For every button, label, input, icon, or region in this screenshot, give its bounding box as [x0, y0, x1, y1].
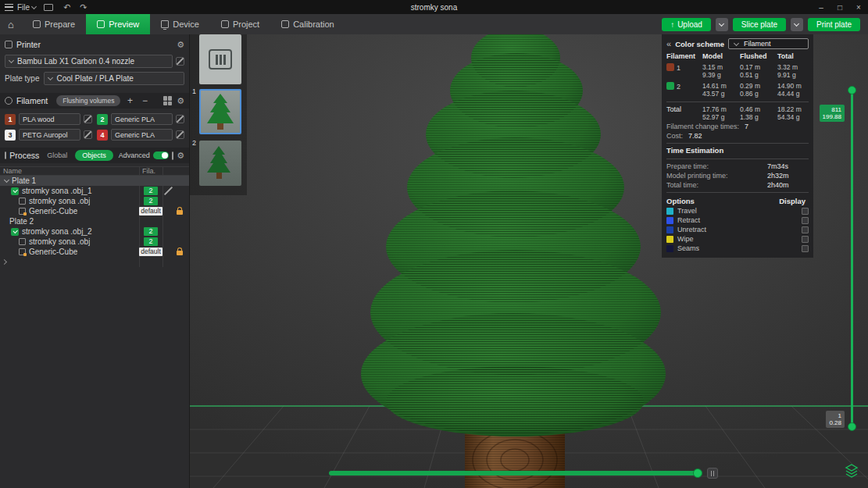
tree-expander-row[interactable] — [0, 257, 189, 267]
collapse-panel-icon[interactable]: « — [666, 39, 671, 48]
display-checkbox[interactable] — [802, 236, 809, 243]
option-color-swatch — [666, 236, 673, 243]
process-global-toggle[interactable]: Global — [42, 151, 72, 159]
filament-badge[interactable]: 2 — [144, 237, 158, 246]
filament-slot-2[interactable]: 2 Generic PLA — [97, 113, 184, 125]
slice-dropdown-button[interactable] — [716, 18, 728, 31]
tree-row-part[interactable]: Generic-Cube default — [0, 247, 189, 257]
prepare-icon — [33, 20, 41, 28]
color-scheme-select[interactable]: Filament — [728, 38, 809, 49]
slice-plate-button[interactable]: Slice plate — [733, 18, 786, 31]
move-slider-option-button[interactable] — [707, 468, 718, 479]
printer-edit-button[interactable] — [176, 57, 184, 66]
tree-row-part[interactable]: stromky sona .obj 2 — [0, 237, 189, 247]
close-button[interactable]: × — [849, 0, 868, 14]
filament-edit-button[interactable] — [176, 115, 184, 123]
title-bar: File ↶ ↷ stromky sona – □ × — [0, 0, 868, 14]
filament-color-swatch — [666, 82, 674, 90]
modifier-part-icon — [19, 248, 26, 255]
filament-settings-gear-icon[interactable]: ⚙ — [177, 96, 184, 106]
option-wipe: Wipe — [666, 234, 809, 244]
filament-edit-button[interactable] — [176, 130, 184, 139]
time-estimation-title: Time Estimation — [666, 146, 809, 156]
collapse-caret-icon[interactable] — [4, 176, 9, 182]
tree-row-object[interactable]: stromky sona .obj_2 2 — [0, 226, 189, 237]
display-checkbox[interactable] — [802, 226, 809, 233]
tree-row-object[interactable]: stromky sona .obj_1 2 — [0, 186, 189, 196]
display-checkbox[interactable] — [802, 245, 809, 252]
advanced-toggle[interactable] — [153, 151, 169, 159]
filament-slot-1[interactable]: 1 PLA wood — [5, 113, 92, 125]
plate-thumbnail-1[interactable] — [199, 89, 241, 134]
filament-edit-button[interactable] — [84, 130, 92, 139]
tree-row-plate-1[interactable]: Plate 1 — [0, 176, 189, 186]
left-sidebar: Printer ⚙ Bambu Lab X1 Carbon 0.4 nozzle… — [0, 34, 190, 488]
move-slider-handle[interactable] — [693, 468, 702, 478]
layers-view-button[interactable] — [845, 464, 859, 478]
plate-type-select[interactable]: Cool Plate / PLA Plate — [44, 72, 184, 85]
printer-settings-gear-icon[interactable]: ⚙ — [177, 40, 184, 50]
visibility-checkbox[interactable] — [11, 228, 19, 236]
maximize-button[interactable]: □ — [830, 0, 849, 14]
device-icon — [161, 20, 169, 28]
tree-row-part[interactable]: Generic-Cube default — [0, 206, 189, 216]
plate-thumbnail-2[interactable] — [199, 141, 241, 186]
filament-usage-row: 2 14.61 m43.57 g 0.29 m0.86 g 14.90 m44.… — [666, 80, 809, 99]
plate-thumbnail-logo[interactable] — [199, 34, 241, 84]
preview-icon — [97, 20, 105, 28]
tree-row-plate-2[interactable]: Plate 2 — [0, 216, 189, 226]
filament-badge[interactable]: 2 — [144, 197, 158, 205]
home-icon[interactable]: ⌂ — [0, 14, 22, 34]
tab-project[interactable]: Project — [210, 14, 270, 34]
move-slider-track[interactable] — [329, 471, 702, 476]
plate-logo-icon — [209, 49, 232, 69]
parameter-list-icon[interactable] — [172, 151, 173, 160]
filament-color-swatch: 3 — [5, 130, 16, 141]
tab-preview[interactable]: Preview — [86, 14, 150, 34]
expand-caret-icon[interactable] — [2, 259, 7, 265]
layer-slider-top-handle[interactable] — [848, 86, 856, 94]
lock-icon — [177, 210, 183, 215]
move-slider[interactable] — [329, 467, 723, 479]
layer-slider-track[interactable] — [851, 89, 853, 426]
chevron-down-icon — [719, 20, 724, 26]
tab-calibration[interactable]: Calibration — [270, 14, 345, 34]
viewport-3d[interactable]: 1 2 « Color scheme Filament Filament — [190, 34, 868, 488]
filament-sync-icon[interactable] — [163, 96, 173, 105]
printer-select[interactable]: Bambu Lab X1 Carbon 0.4 nozzle — [5, 55, 173, 68]
row-action-icon[interactable] — [164, 187, 173, 195]
layer-slider-bottom-handle[interactable] — [848, 422, 856, 431]
display-checkbox[interactable] — [802, 217, 809, 224]
layer-slider[interactable]: 811 199.88 1 0.28 — [846, 84, 857, 431]
add-filament-button[interactable]: + — [124, 95, 135, 106]
flushing-volumes-button[interactable]: Flushing volumes — [56, 95, 120, 106]
main-tab-bar: ⌂ Prepare Preview Device Project Calibra… — [0, 14, 868, 34]
filament-slot-3[interactable]: 3 PETG Auropol — [5, 129, 92, 141]
mesh-part-icon — [19, 238, 26, 245]
tab-device[interactable]: Device — [150, 14, 210, 34]
advanced-label: Advanced — [119, 151, 150, 159]
option-color-swatch — [666, 245, 673, 252]
filament-badge[interactable]: 2 — [144, 227, 158, 236]
option-color-swatch — [666, 217, 673, 224]
filament-badge[interactable]: default — [139, 207, 163, 216]
visibility-checkbox[interactable] — [11, 187, 19, 195]
upload-button[interactable]: ↑ Upload — [662, 18, 711, 31]
process-objects-toggle[interactable]: Objects — [75, 150, 113, 161]
option-color-swatch — [666, 208, 673, 215]
filament-slot-4[interactable]: 4 Generic PLA — [97, 129, 184, 141]
display-checkbox[interactable] — [802, 208, 809, 215]
thumbnail-tree-2 — [199, 141, 238, 183]
print-dropdown-button[interactable] — [791, 18, 803, 31]
process-settings-gear-icon[interactable]: ⚙ — [177, 151, 184, 161]
filament-badge[interactable]: default — [139, 248, 163, 256]
filament-badge[interactable]: 2 — [144, 187, 158, 195]
remove-filament-button[interactable]: − — [139, 95, 150, 106]
print-plate-button[interactable]: Print plate — [808, 18, 860, 31]
filament-edit-button[interactable] — [84, 115, 92, 123]
layer-bottom-badge: 1 0.28 — [826, 411, 845, 428]
calibration-icon — [281, 20, 289, 28]
tree-row-part[interactable]: stromky sona .obj 2 — [0, 196, 189, 206]
tab-prepare[interactable]: Prepare — [22, 14, 86, 34]
minimize-button[interactable]: – — [812, 0, 830, 14]
